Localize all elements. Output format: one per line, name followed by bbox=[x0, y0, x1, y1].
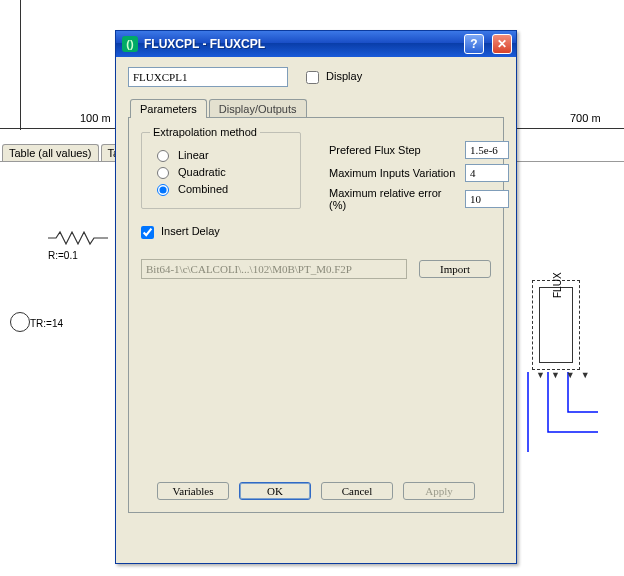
max-rel-error-label: Maximum relative error (%) bbox=[329, 187, 457, 211]
source-circle bbox=[10, 312, 30, 332]
background-tab-all-values[interactable]: Table (all values) bbox=[2, 144, 99, 161]
axis-label-left: 100 m bbox=[80, 112, 111, 124]
tab-parameters[interactable]: Parameters bbox=[130, 99, 207, 118]
blue-wire bbox=[518, 372, 618, 512]
flux-block-arrows: ▼▼▼▼ bbox=[536, 370, 596, 380]
app-icon: () bbox=[122, 36, 138, 52]
import-button[interactable]: Import bbox=[419, 260, 491, 278]
radio-linear[interactable] bbox=[157, 150, 169, 162]
close-button[interactable]: ✕ bbox=[492, 34, 512, 54]
insert-delay-label: Insert Delay bbox=[161, 225, 220, 237]
prefered-flux-step-label: Prefered Flux Step bbox=[329, 144, 457, 156]
prefered-flux-step-input[interactable] bbox=[465, 141, 509, 159]
tab-panel-parameters: Extrapolation method Linear Quadratic Co… bbox=[128, 117, 504, 513]
resistor-symbol bbox=[48, 230, 108, 246]
dialog-title-bar[interactable]: () FLUXCPL - FLUXCPL ? ✕ bbox=[116, 31, 516, 57]
extrapolation-legend: Extrapolation method bbox=[150, 126, 260, 138]
display-checkbox[interactable] bbox=[306, 71, 319, 84]
flux-block-label: FLUX bbox=[552, 272, 563, 298]
variables-button[interactable]: Variables bbox=[157, 482, 229, 500]
radio-combined[interactable] bbox=[157, 184, 169, 196]
radio-quadratic-label: Quadratic bbox=[178, 166, 226, 178]
component-name-input[interactable] bbox=[128, 67, 288, 87]
axis-label-right: 700 m bbox=[570, 112, 601, 124]
radio-combined-label: Combined bbox=[178, 183, 228, 195]
max-inputs-variation-label: Maximum Inputs Variation bbox=[329, 167, 457, 179]
cancel-button[interactable]: Cancel bbox=[321, 482, 393, 500]
fluxcpl-dialog: () FLUXCPL - FLUXCPL ? ✕ Display Paramet… bbox=[115, 30, 517, 564]
max-rel-error-input[interactable] bbox=[465, 190, 509, 208]
apply-button: Apply bbox=[403, 482, 475, 500]
radio-linear-label: Linear bbox=[178, 149, 209, 161]
display-checkbox-label: Display bbox=[326, 70, 362, 82]
max-inputs-variation-input[interactable] bbox=[465, 164, 509, 182]
insert-delay-checkbox[interactable] bbox=[141, 226, 154, 239]
extrapolation-groupbox: Extrapolation method Linear Quadratic Co… bbox=[141, 132, 301, 209]
display-checkbox-wrapper[interactable]: Display bbox=[306, 70, 362, 84]
ok-button[interactable]: OK bbox=[239, 482, 311, 500]
axis-vertical bbox=[20, 0, 21, 130]
insert-delay-wrapper[interactable]: Insert Delay bbox=[141, 225, 220, 237]
resistor-label: R:=0.1 bbox=[48, 250, 78, 261]
dialog-title: FLUXCPL - FLUXCPL bbox=[144, 37, 456, 51]
path-input bbox=[141, 259, 407, 279]
help-button[interactable]: ? bbox=[464, 34, 484, 54]
radio-quadratic[interactable] bbox=[157, 167, 169, 179]
tab-display-outputs[interactable]: Display/Outputs bbox=[209, 99, 307, 118]
source-label: TR:=14 bbox=[30, 318, 63, 329]
